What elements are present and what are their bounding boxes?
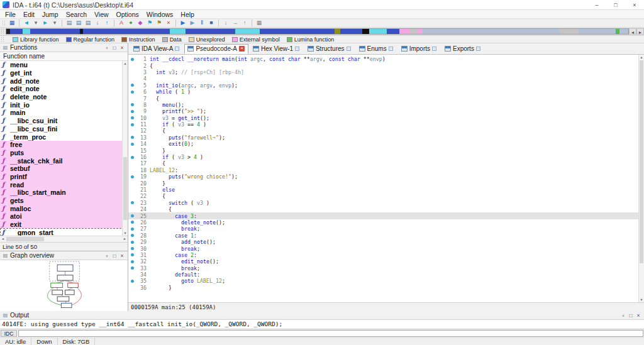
code-line[interactable]: 1int __cdecl __noreturn main(int argc, c… [128, 56, 644, 62]
jump-function-icon[interactable]: ▤ [84, 19, 92, 27]
code-line[interactable]: 11 if ( v3 == 4 ) [128, 121, 644, 128]
code-line[interactable]: 30 break; [128, 245, 644, 251]
tab-pseudocode-a[interactable]: Pseudocode-A× [184, 44, 248, 54]
code-line[interactable]: 4 [128, 75, 644, 82]
close-view-icon[interactable]: × [164, 19, 173, 27]
flag-olive-icon[interactable]: ⚑ [155, 19, 164, 27]
menu-item-windows[interactable]: Windows [143, 11, 177, 18]
toolbar-grip-icon[interactable] [2, 20, 5, 26]
scrollbar-thumb[interactable] [640, 60, 643, 263]
code-line[interactable]: 14 exit(0); [128, 141, 644, 147]
code-line[interactable]: 17 { [128, 160, 644, 167]
code-line[interactable]: 36 } [128, 285, 644, 291]
function-row-stack-chk-fail[interactable]: ƒ__stack_chk_fail [0, 156, 128, 165]
code-line[interactable]: 19 puts("wrong chioce!"); [128, 173, 644, 180]
code-line[interactable]: 10 v3 = get_int(); [128, 115, 644, 121]
scroll-down-icon[interactable]: ▼ [639, 297, 644, 302]
code-line[interactable]: 5 init_io(argc, argv, envp); [128, 82, 644, 89]
nav-forward-menu-icon[interactable]: ▾ [50, 19, 59, 27]
colors-icon[interactable]: A [117, 19, 126, 27]
graph-float-icon[interactable]: ▫ [103, 253, 111, 259]
function-row-libc-csu-fini[interactable]: ƒ__libc_csu_fini [0, 125, 128, 133]
menu-item-file[interactable]: File [1, 11, 19, 18]
function-row-term-proc[interactable]: ƒ_term_proc [0, 133, 128, 141]
close-button[interactable]: × [625, 0, 644, 10]
function-row-gets[interactable]: ƒgets [0, 197, 128, 205]
tab-enums[interactable]: Enums [356, 44, 397, 54]
code-line[interactable]: 18LABEL_12: [128, 167, 644, 173]
functions-close-icon[interactable]: × [118, 45, 126, 51]
code-line[interactable]: 15 } [128, 147, 644, 153]
code-line[interactable]: 22 { [128, 193, 644, 199]
save-database-icon[interactable]: ▦ [8, 19, 16, 27]
flag-cyan-icon[interactable]: ⚑ [145, 19, 154, 27]
navband-grip-icon[interactable] [1, 28, 4, 35]
function-row-delete-note[interactable]: ƒdelete_note [0, 93, 128, 101]
code-line[interactable]: 27 break; [128, 226, 644, 232]
code-line[interactable]: 16 if ( v3 > 4 ) [128, 154, 644, 160]
menu-item-search[interactable]: Search [62, 11, 91, 18]
code-line[interactable]: 23 switch ( v3 ) [128, 200, 644, 206]
scrollbar-thumb[interactable] [123, 157, 127, 220]
code-line[interactable]: 33 break; [128, 265, 644, 271]
pseudocode-view[interactable]: 1int __cdecl __noreturn main(int argc, c… [128, 55, 644, 302]
functions-maximize-icon[interactable]: □ [111, 45, 118, 51]
command-line-input[interactable] [18, 330, 643, 337]
navband-scroll-right-icon[interactable]: ► [636, 28, 644, 35]
run-until-return-icon[interactable]: ↑ [240, 19, 249, 27]
tab-exports[interactable]: Exports [441, 44, 484, 54]
code-line[interactable]: 24 { [128, 206, 644, 212]
demangle-icon[interactable]: ◆ [136, 19, 145, 27]
nav-back-menu-icon[interactable]: ▾ [31, 19, 40, 27]
code-line[interactable]: 26 delete_note(); [128, 219, 644, 226]
code-line[interactable]: 35 goto LABEL_12; [128, 278, 644, 284]
output-float-icon[interactable]: ▫ [619, 312, 627, 319]
step-into-icon[interactable]: ↓ [221, 19, 230, 27]
nav-back-icon[interactable]: ◄ [22, 19, 31, 27]
breakpoint-list-icon[interactable]: ▦ [255, 19, 264, 27]
code-vertical-scrollbar[interactable]: ▲ ▼ [638, 55, 644, 302]
code-line[interactable]: 29 add_note(); [128, 239, 644, 245]
code-line[interactable]: 32 edit_note(); [128, 258, 644, 265]
function-row-init-io[interactable]: ƒinit_io [0, 101, 128, 109]
function-row-edit-note[interactable]: ƒedit_note [0, 85, 128, 93]
tab-structures[interactable]: Structures [304, 44, 355, 54]
scroll-up-icon[interactable]: ▲ [123, 61, 128, 66]
jump-address-icon[interactable]: ▤ [65, 19, 74, 27]
code-line[interactable]: 9 printf(">> "); [128, 108, 644, 114]
scroll-left-icon[interactable]: ◄ [0, 236, 6, 242]
scroll-up-icon[interactable]: ▲ [639, 55, 644, 60]
menu-item-jump[interactable]: Jump [38, 11, 62, 18]
code-line[interactable]: 12 { [128, 128, 644, 134]
function-name-column-header[interactable]: Function name [0, 52, 128, 61]
function-row-printf[interactable]: ƒprintf [0, 173, 128, 181]
function-row-atoi[interactable]: ƒatoi [0, 212, 128, 221]
graph-maximize-icon[interactable]: □ [111, 253, 118, 259]
output-maximize-icon[interactable]: □ [627, 312, 635, 319]
maximize-button[interactable]: □ [606, 0, 625, 10]
function-row-gmon-start[interactable]: ƒ__gmon_start__ [0, 228, 128, 236]
function-row-setbuf[interactable]: ƒsetbuf [0, 165, 128, 173]
scroll-down-icon[interactable]: ▼ [123, 231, 128, 236]
navband-strip[interactable] [6, 28, 629, 35]
scroll-right-icon[interactable]: ► [122, 236, 128, 242]
debugger-stop-icon[interactable]: ■ [207, 19, 216, 27]
functions-horizontal-scrollbar[interactable]: ◄ ► [0, 236, 128, 242]
function-row-read[interactable]: ƒread [0, 180, 128, 189]
code-line[interactable]: 7 { [128, 95, 644, 101]
function-row-menu[interactable]: ƒmenu [0, 61, 128, 69]
code-line[interactable]: 20 } [128, 180, 644, 186]
code-line[interactable]: 13 puts("farewell~"); [128, 134, 644, 141]
code-line[interactable]: 3 int v3; // [rsp+Ch] [rbp-4h] [128, 69, 644, 75]
navband-scroll-left-icon[interactable]: ◄ [629, 28, 636, 35]
code-line[interactable]: 8 menu(); [128, 102, 644, 108]
output-log[interactable]: 4014FE: using guessed type __int64 __fas… [0, 320, 644, 329]
function-row-libc-start-main[interactable]: ƒ__libc_start_main [0, 189, 128, 197]
menu-item-view[interactable]: View [91, 11, 113, 18]
tab-hex-view-1[interactable]: Hex View-1 [250, 44, 303, 54]
tab-imports[interactable]: Imports [398, 44, 440, 54]
close-tab-icon[interactable]: × [239, 46, 245, 52]
minimize-button[interactable]: – [587, 0, 606, 10]
lumina-icon[interactable]: ● [126, 19, 135, 27]
functions-float-icon[interactable]: ▫ [103, 45, 111, 51]
